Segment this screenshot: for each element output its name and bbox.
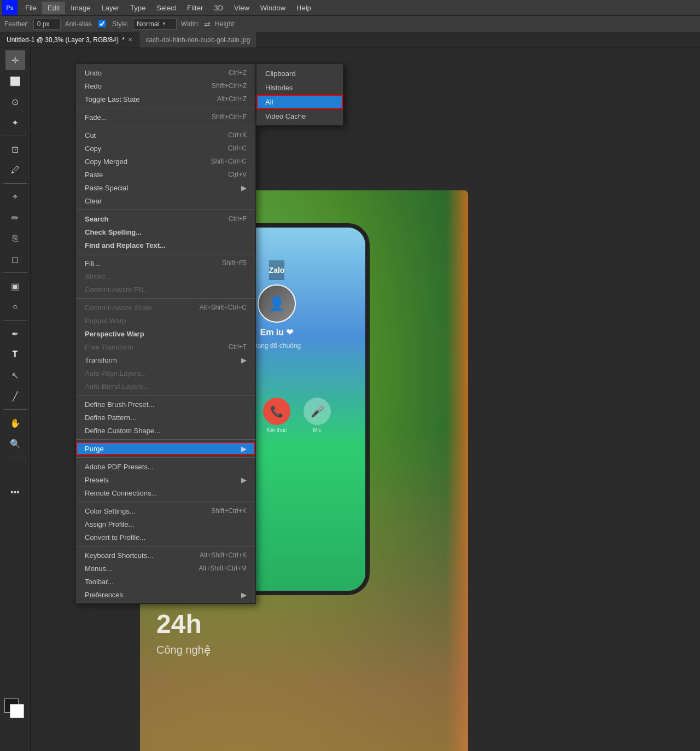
submenu-histories[interactable]: Histories [256,80,343,95]
zoom-tool[interactable]: 🔍 [5,434,25,453]
submenu-clipboard[interactable]: Clipboard [256,66,343,80]
submenu-video-cache[interactable]: Video Cache [256,109,343,123]
antialias-checkbox[interactable] [98,20,106,27]
main-layout: ✛ ⬜ ⊙ ✦ ⊡ 🖊 ⌖ ✏ ⎘ ◻ ▣ ○ ✒ T ↖ ╱ ✋ 🔍 ••• [0,48,700,751]
menu-window[interactable]: Window [255,2,291,14]
menu-select[interactable]: Select [151,2,182,14]
tab-untitled-close-icon[interactable]: ✕ [128,37,132,43]
menu-image[interactable]: Image [65,2,96,14]
watermark-text: 24h [156,609,202,639]
menu-define-pattern[interactable]: Define Pattern... [76,411,255,424]
path-select-tool[interactable]: ↖ [5,365,25,385]
menu-layer[interactable]: Layer [96,2,125,14]
menu-cut[interactable]: Cut Ctrl+X [76,129,255,142]
brush-tool[interactable]: ✏ [5,208,25,228]
menu-purge[interactable]: Purge ▶ [76,442,255,455]
left-toolbar: ✛ ⬜ ⊙ ✦ ⊡ 🖊 ⌖ ✏ ⎘ ◻ ▣ ○ ✒ T ↖ ╱ ✋ 🔍 ••• [0,48,31,751]
line-tool[interactable]: ╱ [5,386,25,406]
menu-find-replace[interactable]: Find and Replace Text... [76,238,255,252]
menu-perspective-warp[interactable]: Perspective Warp [76,327,255,340]
menu-remote-connections[interactable]: Remote Connections... [76,486,255,499]
edit-menu-section-4: Search Ctrl+F Check Spelling... Find and… [76,210,255,254]
swap-dimensions-icon[interactable]: ⇄ [204,20,211,28]
magic-wand-tool[interactable]: ✦ [5,113,25,132]
color-area [4,698,24,718]
style-label: Style: [112,20,129,28]
menu-free-transform: Free Transform Ctrl+T [76,340,255,353]
clone-tool[interactable]: ⎘ [5,229,25,248]
menu-paste[interactable]: Paste Ctrl+V [76,168,255,181]
edit-menu-section-5: Fill... Shift+F5 Stroke... Content-Aware… [76,254,255,299]
menu-redo[interactable]: Redo Shift+Ctrl+Z [76,79,255,92]
menu-clear[interactable]: Clear [76,194,255,207]
mic-button[interactable]: 🎤 [304,398,331,425]
tool-separator-1 [3,136,27,136]
menu-auto-blend: Auto-Blend Layers... [76,380,255,393]
menu-copy[interactable]: Copy Ctrl+C [76,142,255,155]
menu-transform[interactable]: Transform ▶ [76,353,255,366]
end-call-button[interactable]: 📞 [263,398,290,425]
menu-undo[interactable]: Undo Ctrl+Z [76,66,255,79]
menu-copy-merged[interactable]: Copy Merged Shift+Ctrl+C [76,155,255,168]
menu-file[interactable]: File [20,2,42,14]
background-color[interactable] [10,704,24,718]
spot-heal-tool[interactable]: ⌖ [5,187,25,207]
zalo-bar: Zalo [269,260,285,280]
call-status: Đang đổ chuông [253,342,301,350]
caller-name: Em iu ❤ [260,327,293,337]
tab-bar: Untitled-1 @ 30,3% (Layer 3, RGB/8#) * ✕… [0,32,700,48]
menu-presets[interactable]: Presets ▶ [76,473,255,486]
move-tool[interactable]: ✛ [5,50,25,70]
tab-untitled[interactable]: Untitled-1 @ 30,3% (Layer 3, RGB/8#) * ✕ [0,32,139,48]
menu-auto-align: Auto-Align Layers... [76,366,255,380]
menu-check-spelling[interactable]: Check Spelling... [76,225,255,238]
submenu-all[interactable]: All [256,95,343,109]
menu-help[interactable]: Help [291,2,317,14]
menu-edit[interactable]: Edit [42,2,65,14]
menu-preferences[interactable]: Preferences ▶ [76,588,255,601]
edit-menu-section-10: Color Settings... Shift+Ctrl+K Assign Pr… [76,502,255,546]
menu-define-brush[interactable]: Define Brush Preset... [76,398,255,411]
menu-view[interactable]: View [229,2,255,14]
gradient-tool[interactable]: ▣ [5,276,25,296]
eraser-tool[interactable]: ◻ [5,249,25,269]
menu-toggle-last-state[interactable]: Toggle Last State Alt+Ctrl+Z [76,92,255,106]
text-tool[interactable]: T [5,345,25,364]
tab-modified-indicator: * [122,36,125,44]
tab-cach-doi[interactable]: cach-doi-hinh-nen-cuoc-goi-zalo.jpg [139,32,258,48]
menu-stroke: Stroke... [76,270,255,283]
menu-toolbar[interactable]: Toolbar... [76,575,255,588]
menu-assign-profile[interactable]: Assign Profile... [76,517,255,531]
crop-tool[interactable]: ⊡ [5,139,25,159]
menu-color-settings[interactable]: Color Settings... Shift+Ctrl+K [76,504,255,517]
height-label: Height: [215,20,236,28]
eyedropper-tool[interactable]: 🖊 [5,160,25,180]
tool-separator-4 [3,320,27,321]
marquee-tool[interactable]: ⬜ [5,71,25,91]
tool-separator-6 [3,457,27,457]
menu-3d[interactable]: 3D [208,2,229,14]
hand-tool[interactable]: ✋ [5,413,25,433]
menu-filter[interactable]: Filter [182,2,208,14]
pen-tool[interactable]: ✒ [5,324,25,344]
menu-type[interactable]: Type [125,2,151,14]
menu-fill[interactable]: Fill... Shift+F5 [76,257,255,270]
menu-fade[interactable]: Fade... Shift+Ctrl+F [76,110,255,124]
lasso-tool[interactable]: ⊙ [5,92,25,112]
tool-separator-3 [3,272,27,273]
menu-paste-special[interactable]: Paste Special ▶ [76,181,255,194]
menu-keyboard-shortcuts[interactable]: Keyboard Shortcuts... Alt+Shift+Ctrl+K [76,549,255,562]
edit-menu: Undo Ctrl+Z Redo Shift+Ctrl+Z Toggle Las… [75,63,256,604]
more-tools[interactable]: ••• [5,482,25,502]
style-dropdown[interactable]: Normal ▼ [133,18,177,30]
menu-pdf-presets[interactable]: Adobe PDF Presets... [76,460,255,473]
menu-content-aware-fill: Content-Aware Fill... [76,283,255,296]
feather-value[interactable]: 0 px [33,19,61,30]
end-call-label: Kết thúc [263,427,290,433]
menu-convert-profile[interactable]: Convert to Profile... [76,531,255,544]
menu-define-custom-shape[interactable]: Define Custom Shape... [76,424,255,437]
menu-search[interactable]: Search Ctrl+F [76,212,255,225]
dodge-tool[interactable]: ○ [5,297,25,317]
menu-menus[interactable]: Menus... Alt+Shift+Ctrl+M [76,562,255,575]
edit-menu-section-11: Keyboard Shortcuts... Alt+Shift+Ctrl+K M… [76,546,255,603]
